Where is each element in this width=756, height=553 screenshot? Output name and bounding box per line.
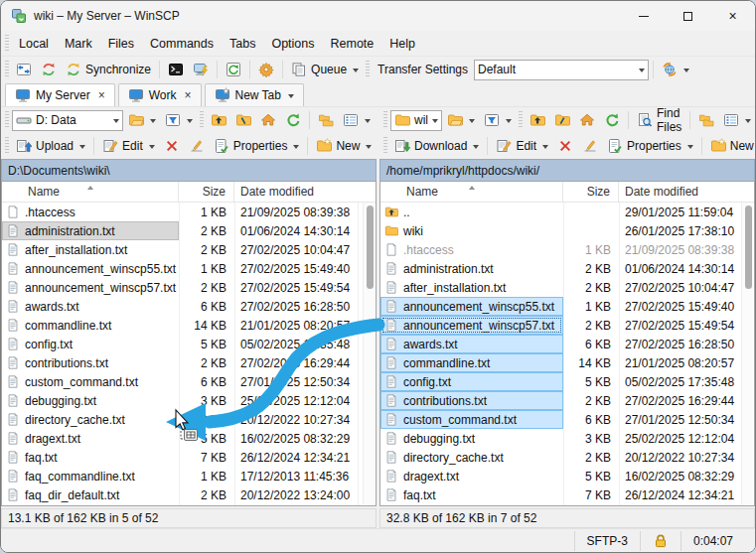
- column-header-size[interactable]: Size: [563, 182, 619, 202]
- copy-remote-path-button[interactable]: [694, 109, 718, 132]
- menu-remote[interactable]: Remote: [323, 37, 382, 51]
- compare-directories-button[interactable]: [12, 59, 36, 81]
- rename-button[interactable]: [185, 135, 209, 158]
- parent-directory-button[interactable]: [207, 109, 230, 132]
- local-scrollbar[interactable]: [363, 203, 375, 504]
- maximize-button[interactable]: [666, 1, 710, 31]
- file-row[interactable]: administration.txt2 KB01/06/2024 14:30:1…: [380, 259, 754, 278]
- file-row[interactable]: faq.txt7 KB26/12/2024 12:34:21: [380, 485, 754, 504]
- filter-button[interactable]: [161, 109, 197, 132]
- find-files-button[interactable]: Find Files: [633, 109, 685, 132]
- refresh-button[interactable]: [281, 109, 305, 132]
- file-row[interactable]: wiki26/01/2025 17:38:10: [380, 221, 754, 240]
- delete-button[interactable]: [553, 135, 577, 158]
- minimize-button[interactable]: [621, 1, 666, 31]
- copy-remote-path-button[interactable]: [314, 109, 338, 132]
- menu-tabs[interactable]: Tabs: [222, 37, 263, 51]
- menu-help[interactable]: Help: [381, 37, 423, 51]
- menu-options[interactable]: Options: [263, 37, 322, 51]
- scrollbar-thumb[interactable]: [745, 206, 752, 289]
- open-directory-button[interactable]: [443, 109, 479, 132]
- root-directory-button[interactable]: [550, 109, 574, 132]
- file-row[interactable]: directory_cache.txt2 KB20/12/2022 10:27:…: [2, 410, 376, 429]
- transfer-settings-select[interactable]: Default: [474, 60, 649, 80]
- edit-button[interactable]: Edit: [98, 135, 159, 158]
- refresh-button[interactable]: [600, 109, 624, 132]
- menu-files[interactable]: Files: [100, 37, 142, 51]
- local-path-bar[interactable]: D:\Documents\wiki\: [1, 159, 377, 181]
- file-row[interactable]: after_installation.txt2 KB27/02/2025 10:…: [380, 278, 754, 297]
- file-row[interactable]: contributions.txt2 KB27/02/2025 16:29:44: [380, 391, 754, 410]
- queue-button[interactable]: Queue: [287, 59, 363, 81]
- file-row[interactable]: announcement_winscp55.txt1 KB27/02/2025 …: [2, 259, 376, 278]
- file-row[interactable]: announcement_winscp57.txt2 KB27/02/2025 …: [380, 316, 754, 335]
- root-directory-button[interactable]: [231, 109, 255, 132]
- file-row[interactable]: dragext.txt5 KB16/02/2025 08:32:29: [380, 467, 754, 485]
- tab-my-server[interactable]: My Server ×: [5, 83, 115, 106]
- new-button[interactable]: New: [312, 135, 376, 158]
- tab-new-tab[interactable]: New Tab: [205, 83, 304, 106]
- file-row[interactable]: debugging.txt3 KB25/02/2025 12:12:04: [2, 391, 376, 410]
- rename-button[interactable]: [578, 135, 602, 158]
- panel-view-button[interactable]: [339, 109, 375, 132]
- home-directory-button[interactable]: [575, 109, 599, 132]
- parent-directory-button[interactable]: [526, 109, 549, 132]
- file-row[interactable]: debugging.txt3 KB25/02/2025 12:12:04: [380, 429, 754, 448]
- menu-commands[interactable]: Commands: [142, 37, 222, 51]
- full-synchronize-button[interactable]: [37, 59, 61, 81]
- file-row[interactable]: custom_command.txt6 KB27/01/2025 12:50:3…: [380, 410, 754, 429]
- tab-close-icon[interactable]: ×: [181, 88, 191, 102]
- edit-button[interactable]: Edit: [492, 135, 552, 158]
- file-row[interactable]: .htaccess1 KB21/09/2025 08:39:38: [380, 240, 754, 259]
- file-row[interactable]: config.txt5 KB05/02/2025 17:35:48: [2, 335, 376, 353]
- session-sync-button[interactable]: [658, 59, 693, 81]
- file-row[interactable]: awards.txt6 KB27/02/2025 16:28:50: [380, 335, 754, 353]
- file-row[interactable]: directory_cache.txt2 KB20/12/2022 10:27:…: [380, 448, 754, 467]
- filter-button[interactable]: [480, 109, 516, 132]
- file-row[interactable]: dragext.txt5 KB16/02/2025 08:32:29: [2, 429, 376, 448]
- file-row[interactable]: .htaccess1 KB21/09/2025 08:39:38: [2, 203, 376, 221]
- file-row[interactable]: announcement_winscp55.txt1 KB27/02/2025 …: [380, 297, 754, 316]
- file-row[interactable]: faq_dir_default.txt2 KB20/12/2022 13:24:…: [2, 485, 376, 504]
- panel-view-button[interactable]: [719, 109, 755, 132]
- synchronize-button[interactable]: Synchronize: [62, 59, 155, 81]
- menu-local[interactable]: Local: [11, 37, 57, 51]
- download-button[interactable]: Download: [390, 135, 483, 158]
- file-row[interactable]: administration.txt2 KB01/06/2024 14:30:1…: [2, 221, 376, 240]
- column-header-size[interactable]: Size: [179, 182, 234, 202]
- file-row[interactable]: contributions.txt2 KB27/02/2025 16:29:44: [2, 353, 376, 372]
- close-button[interactable]: ×: [710, 1, 755, 31]
- file-row[interactable]: awards.txt6 KB27/02/2025 16:28:50: [2, 297, 376, 316]
- open-in-putty-button[interactable]: [189, 59, 213, 81]
- file-row[interactable]: after_installation.txt2 KB27/02/2025 10:…: [2, 240, 376, 259]
- tab-work[interactable]: Work ×: [118, 83, 202, 106]
- properties-button[interactable]: Properties: [210, 135, 304, 158]
- file-row[interactable]: ..29/01/2025 11:59:04: [380, 203, 754, 221]
- tab-close-icon[interactable]: ×: [95, 88, 105, 102]
- delete-button[interactable]: [160, 135, 184, 158]
- open-directory-button[interactable]: [124, 109, 160, 132]
- open-console-button[interactable]: [164, 59, 188, 81]
- properties-button[interactable]: Properties: [603, 135, 697, 158]
- new-button[interactable]: New: [706, 135, 756, 158]
- file-row[interactable]: commandline.txt14 KB21/01/2025 08:20:57: [380, 353, 754, 372]
- remote-path-bar[interactable]: /home/mprikryl/httpdocs/wiki/: [379, 159, 755, 181]
- preferences-button[interactable]: [254, 59, 278, 81]
- refresh-session-button[interactable]: [222, 59, 245, 81]
- file-row[interactable]: faq_commandline.txt1 KB17/12/2013 11:45:…: [2, 467, 376, 485]
- scrollbar-thumb[interactable]: [367, 206, 374, 289]
- file-row[interactable]: commandline.txt14 KB21/01/2025 08:20:57: [2, 316, 376, 335]
- remote-directory-select[interactable]: wil: [390, 110, 442, 131]
- drive-select[interactable]: D: Data: [12, 110, 123, 131]
- file-row[interactable]: faq.txt7 KB26/12/2024 12:34:21: [2, 448, 376, 467]
- file-row[interactable]: custom_command.txt6 KB27/01/2025 12:50:3…: [2, 372, 376, 391]
- column-header-date[interactable]: Date modified: [619, 182, 754, 202]
- menu-mark[interactable]: Mark: [57, 37, 100, 51]
- file-row[interactable]: announcement_winscp57.txt2 KB27/02/2025 …: [2, 278, 376, 297]
- window-controls: ×: [621, 1, 755, 31]
- upload-button[interactable]: Upload: [12, 135, 89, 158]
- column-header-date[interactable]: Date modified: [234, 182, 376, 202]
- remote-scrollbar[interactable]: [741, 203, 753, 504]
- home-directory-button[interactable]: [256, 109, 280, 132]
- file-row[interactable]: config.txt5 KB05/02/2025 17:35:48: [380, 372, 754, 391]
